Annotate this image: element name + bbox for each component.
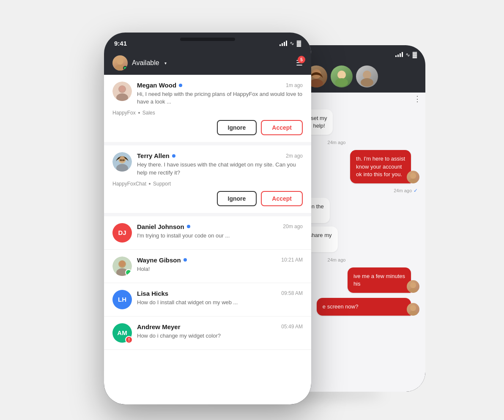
ignore-button-terry[interactable]: Ignore (217, 191, 257, 206)
online-dot-megan (179, 84, 182, 87)
msg-text-5: ive me a few minuteshis (353, 273, 405, 287)
bar4 (402, 52, 403, 57)
chat-item-lisa-hicks[interactable]: LH Lisa Hicks 09:58 AM How do I install … (104, 283, 311, 316)
signal-bars-p2 (395, 52, 403, 57)
message-outgoing-2: ive me a few minuteshis (348, 267, 411, 293)
phone1-header: Available ▾ ☰ 5 (104, 51, 311, 75)
avatar-daniel-johnson: DJ (112, 223, 132, 243)
phone1-status-bar: 9:41 ∿ ▓ (104, 33, 311, 51)
avatar-terry-allen (112, 152, 132, 172)
chat-list: Megan Wood 1m ago Hi, I need help with t… (104, 75, 311, 404)
chat-name-row-daniel: Daniel Johnson 20m ago (137, 223, 303, 230)
svg-point-11 (409, 179, 417, 183)
chat-row-wayne: Wayne Gibson 10:21 AM Hola! (112, 256, 303, 276)
agent-avatar-header[interactable] (112, 55, 128, 71)
tag1-terry: HappyFoxChat (112, 181, 146, 187)
chat-time-lisa: 09:58 AM (281, 290, 303, 296)
tag-dot-terry (149, 183, 151, 185)
chat-preview-terry: Hey there. I have issues with the chat w… (137, 161, 303, 176)
notification-badge: 5 (298, 56, 305, 63)
svg-point-6 (337, 71, 346, 79)
chat-item-wayne-gibson[interactable]: Wayne Gibson 10:21 AM Hola! (104, 250, 311, 283)
chat-time-terry: 2m ago (286, 153, 303, 159)
avatar-5[interactable] (356, 65, 378, 87)
chat-time-wayne: 10:21 AM (281, 257, 303, 263)
svg-point-10 (410, 173, 416, 179)
header-left[interactable]: Available ▾ (112, 55, 167, 71)
chat-row-daniel: DJ Daniel Johnson 20m ago I'm trying to … (112, 223, 303, 243)
chat-name-row-megan: Megan Wood 1m ago (137, 82, 303, 89)
tag1-megan: HappyFox (112, 110, 136, 116)
chat-name-daniel: Daniel Johnson (137, 223, 190, 230)
status-time: 9:41 (114, 40, 127, 47)
chat-info-daniel: Daniel Johnson 20m ago I'm trying to ins… (137, 223, 303, 240)
avatar-wayne-gibson (112, 256, 132, 276)
chat-name-row-terry: Terry Allen 2m ago (137, 152, 303, 159)
chat-item-daniel-johnson[interactable]: DJ Daniel Johnson 20m ago I'm trying to … (104, 216, 311, 250)
wifi-icon-p2: ∿ (405, 52, 410, 58)
tag2-megan: Sales (142, 110, 155, 116)
chat-preview-daniel: I'm trying to install your code on our .… (137, 232, 303, 240)
msg-text-2: th. I'm here to assistknow your accounto… (356, 155, 405, 177)
chat-name-lisa: Lisa Hicks (137, 290, 168, 297)
svg-point-14 (410, 305, 416, 311)
chat-preview-wayne: Hola! (137, 265, 303, 273)
chat-item-megan-wood[interactable]: Megan Wood 1m ago Hi, I need help with t… (104, 75, 311, 145)
chat-time-daniel: 20m ago (283, 224, 303, 229)
svg-point-8 (363, 71, 371, 79)
dropdown-arrow-icon[interactable]: ▾ (164, 61, 167, 65)
online-dot-terry (172, 154, 175, 158)
chat-preview-lisa: How do I install chat widget on my web .… (137, 299, 303, 306)
check-mark-icon: ✓ (414, 188, 418, 194)
svg-point-27 (122, 159, 125, 161)
status-icons: ∿ ▓ (279, 40, 301, 46)
chat-tags-megan: HappyFox Sales (112, 110, 303, 116)
chat-info-megan: Megan Wood 1m ago Hi, I need help with t… (137, 82, 303, 106)
accept-button-terry[interactable]: Accept (261, 191, 303, 206)
chat-name-megan: Megan Wood (137, 82, 182, 89)
chat-name-wayne: Wayne Gibson (137, 256, 187, 264)
online-dot (123, 66, 127, 70)
tag-dot-megan (138, 112, 140, 114)
agent-avatar-msg3 (407, 303, 419, 316)
chat-item-terry-allen[interactable]: Terry Allen 2m ago Hey there. I have iss… (104, 145, 311, 216)
phone1-screen: 9:41 ∿ ▓ (104, 33, 311, 404)
ts-text: 24m ago (394, 188, 412, 193)
online-dot-wayne (184, 258, 187, 262)
alert-badge-andrew: ! (125, 336, 133, 344)
bar3 (400, 53, 401, 57)
chat-name-row-lisa: Lisa Hicks 09:58 AM (137, 290, 303, 297)
phone1-notch (180, 38, 235, 41)
bar2-p1 (282, 43, 283, 46)
svg-point-7 (335, 78, 348, 87)
chat-time-andrew: 05:49 AM (281, 324, 303, 330)
phones-container: ∿ ▓ (79, 20, 425, 400)
svg-point-13 (409, 288, 417, 293)
accept-button-megan[interactable]: Accept (261, 120, 303, 135)
chat-time-megan: 1m ago (286, 82, 303, 88)
avatar-megan-wood (112, 82, 132, 101)
avatar-4[interactable] (331, 65, 353, 87)
svg-point-31 (119, 261, 125, 267)
message-outgoing-1: th. I'm here to assistknow your accounto… (350, 150, 411, 183)
tag2-terry: Support (153, 181, 171, 187)
available-status[interactable]: Available (132, 59, 159, 67)
chat-actions-terry: Ignore Accept (112, 191, 303, 206)
chat-info-lisa: Lisa Hicks 09:58 AM How do I install cha… (137, 290, 303, 306)
chat-name-terry: Terry Allen (137, 152, 175, 159)
chat-row-terry: Terry Allen 2m ago Hey there. I have iss… (112, 152, 303, 176)
svg-point-16 (117, 58, 123, 65)
svg-point-15 (409, 311, 417, 316)
header-right[interactable]: ☰ 5 (296, 58, 303, 68)
chat-row-andrew: AM ! Andrew Meyer 05:49 AM (112, 323, 303, 343)
chat-tags-terry: HappyFoxChat Support (112, 181, 303, 187)
chat-item-andrew-meyer[interactable]: AM ! Andrew Meyer 05:49 AM (104, 316, 311, 350)
bar1 (395, 55, 397, 57)
chat-info-terry: Terry Allen 2m ago Hey there. I have iss… (137, 152, 303, 176)
chat-name-row-andrew: Andrew Meyer 05:49 AM (137, 323, 303, 330)
chat-row-megan: Megan Wood 1m ago Hi, I need help with t… (112, 82, 303, 106)
chat-info-wayne: Wayne Gibson 10:21 AM Hola! (137, 256, 303, 273)
wifi-icon-p1: ∿ (290, 40, 294, 46)
online-dot-daniel (187, 225, 190, 228)
ignore-button-megan[interactable]: Ignore (217, 120, 257, 135)
